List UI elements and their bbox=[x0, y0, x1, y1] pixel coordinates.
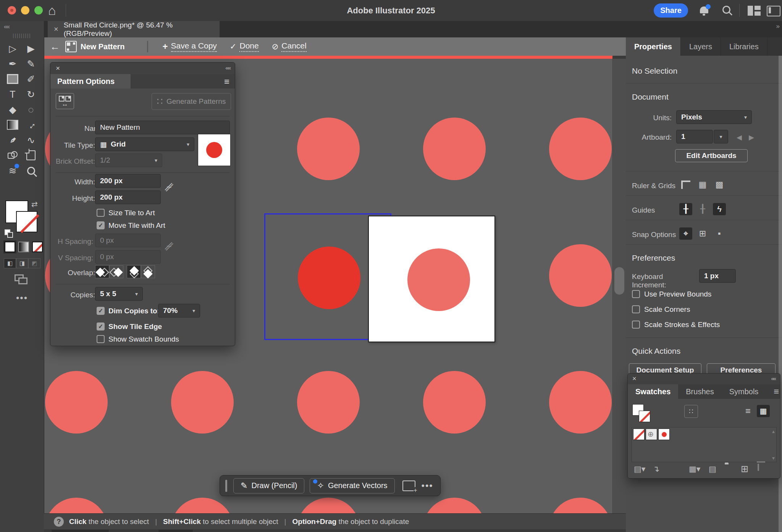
search-icon[interactable] bbox=[722, 6, 730, 14]
next-artboard-icon[interactable]: ▶ bbox=[749, 133, 754, 142]
panel-layout-icon[interactable] bbox=[767, 6, 780, 16]
lock-guides-icon[interactable]: ╂ bbox=[696, 203, 709, 215]
move-tile-with-art-checkbox[interactable] bbox=[97, 221, 105, 229]
generate-vectors-button[interactable]: ✧ Generate Vectors bbox=[310, 478, 394, 493]
warp-tool[interactable]: ≋ bbox=[3, 163, 22, 178]
panel-menu-icon[interactable]: ≡ bbox=[766, 384, 782, 399]
reference-image-icon[interactable] bbox=[402, 480, 415, 491]
shape-builder-tool[interactable] bbox=[3, 148, 22, 163]
swatch-options-icon[interactable]: ▤ bbox=[709, 464, 716, 474]
scrollbar-thumb[interactable] bbox=[614, 267, 624, 295]
previous-artboard-icon[interactable]: ◀ bbox=[737, 133, 742, 142]
draw-behind-mode-button[interactable]: ◨ bbox=[16, 258, 28, 268]
taskbar-more-icon[interactable]: ••• bbox=[422, 480, 433, 491]
tab-layers[interactable]: Layers bbox=[681, 37, 721, 56]
use-preview-bounds-checkbox[interactable] bbox=[632, 290, 640, 298]
add-to-library-icon[interactable]: ↴ bbox=[653, 464, 660, 474]
stroke-color-swatch[interactable] bbox=[17, 212, 37, 232]
cancel-button[interactable]: ⊘ Cancel bbox=[272, 41, 307, 52]
tab-properties[interactable]: Properties bbox=[626, 37, 681, 56]
dock-grip[interactable]: ||||||||| bbox=[0, 32, 44, 38]
grid-view-icon[interactable]: ▦ bbox=[757, 405, 770, 417]
dim-copies-select[interactable]: 70% ▾ bbox=[158, 304, 200, 318]
exit-pattern-mode-icon[interactable]: ← bbox=[50, 41, 60, 53]
ruler-icon[interactable] bbox=[679, 179, 692, 191]
close-panel-icon[interactable]: × bbox=[56, 64, 60, 73]
show-swatch-kinds-icon[interactable]: ▦▾ bbox=[689, 464, 700, 474]
overlap-left-front-button[interactable] bbox=[95, 265, 110, 278]
gradient-button[interactable] bbox=[18, 242, 29, 252]
panel-menu-icon[interactable]: ≡ bbox=[224, 76, 229, 87]
dim-copies-checkbox[interactable] bbox=[97, 307, 105, 315]
type-tool[interactable]: T bbox=[3, 87, 22, 102]
swatch-none[interactable] bbox=[633, 429, 645, 440]
scale-corners-checkbox[interactable] bbox=[632, 305, 640, 313]
artboard-value[interactable]: 1 bbox=[676, 130, 713, 143]
pattern-options-tab[interactable]: Pattern Options bbox=[50, 74, 131, 89]
share-button[interactable]: Share bbox=[654, 3, 688, 18]
swap-fill-stroke-icon[interactable]: ⇄ bbox=[31, 200, 38, 209]
snap-to-point-icon[interactable]: ⌖ bbox=[679, 227, 692, 240]
pattern-artwork-circle[interactable] bbox=[298, 247, 360, 309]
show-swatch-bounds-checkbox[interactable] bbox=[97, 335, 105, 343]
show-tile-edge-checkbox[interactable] bbox=[97, 322, 105, 330]
paintbrush-tool[interactable]: ✐ bbox=[22, 71, 40, 87]
pattern-tile-tool-button[interactable]: ↔ bbox=[56, 93, 74, 109]
workspace-switcher-icon[interactable] bbox=[748, 6, 761, 16]
transparency-grid-icon[interactable]: ▩ bbox=[713, 179, 726, 191]
tab-symbols[interactable]: Symbols bbox=[722, 384, 766, 399]
artboard-tool[interactable] bbox=[22, 148, 40, 163]
scale-strokes-checkbox[interactable] bbox=[632, 321, 640, 329]
selection-tool[interactable]: ▷ bbox=[3, 41, 22, 56]
scroll-down-icon[interactable]: ▾ bbox=[772, 455, 775, 461]
collapse-panel-icon[interactable]: «« bbox=[225, 64, 230, 71]
rectangle-tool[interactable] bbox=[3, 71, 22, 87]
screen-mode-icon[interactable] bbox=[15, 274, 27, 284]
eyedropper-tool[interactable]: ✒ bbox=[3, 132, 22, 148]
overlap-bottom-front-button[interactable] bbox=[141, 265, 155, 278]
link-dimensions-icon[interactable]: ∦ bbox=[163, 181, 175, 193]
new-swatch-icon[interactable]: ⊞ bbox=[741, 464, 748, 474]
vertical-scrollbar[interactable] bbox=[612, 59, 626, 513]
taskbar-grip[interactable] bbox=[225, 480, 227, 492]
keyboard-increment-input[interactable]: 1 px bbox=[699, 269, 736, 283]
direct-selection-tool[interactable]: ▶ bbox=[22, 41, 40, 56]
units-select[interactable]: Pixels ▾ bbox=[676, 110, 752, 124]
tab-swatches[interactable]: Swatches bbox=[628, 384, 678, 399]
overlap-top-front-button[interactable] bbox=[127, 265, 141, 278]
grid-icon[interactable]: ▦ bbox=[696, 179, 709, 191]
default-fill-stroke-icon[interactable] bbox=[5, 229, 13, 238]
close-panel-icon[interactable]: × bbox=[632, 375, 637, 383]
size-tile-to-art-checkbox[interactable] bbox=[97, 209, 105, 217]
curvature-tool[interactable]: ✎ bbox=[22, 56, 40, 71]
eraser-tool[interactable]: ◆ bbox=[3, 102, 22, 117]
width-input[interactable]: 200 px bbox=[95, 174, 161, 188]
generate-patterns-button[interactable]: ∷ Generate Patterns bbox=[152, 93, 231, 110]
edit-artboards-button[interactable]: Edit Artboards bbox=[675, 149, 748, 162]
stroke-indicator-swatch[interactable] bbox=[639, 411, 650, 422]
zoom-tool[interactable] bbox=[22, 163, 40, 178]
artboard-dropdown-button[interactable]: ▾ bbox=[714, 130, 728, 143]
swatch-libraries-icon[interactable]: ▤▾ bbox=[634, 464, 645, 474]
close-tab-icon[interactable]: × bbox=[54, 25, 58, 34]
draw-inside-mode-button[interactable]: ◩ bbox=[28, 258, 40, 268]
width-tool[interactable]: ↔ bbox=[22, 117, 40, 132]
list-view-icon[interactable]: ≡ bbox=[742, 405, 755, 417]
document-tab[interactable]: × Small Red Circle.png* @ 56.47 % (RGB/P… bbox=[48, 21, 220, 37]
pen-tool[interactable]: ✒ bbox=[3, 56, 22, 71]
puppet-warp-tool[interactable]: ∿ bbox=[22, 132, 40, 148]
swatch-registration[interactable]: ⊕ bbox=[646, 429, 657, 440]
collapse-panel-icon[interactable]: «« bbox=[771, 376, 776, 382]
scroll-up-icon[interactable]: ▴ bbox=[772, 428, 775, 434]
gradient-tool[interactable] bbox=[3, 117, 22, 132]
pattern-options-icon[interactable]: ∷ bbox=[684, 405, 698, 418]
color-button[interactable] bbox=[5, 242, 15, 252]
smart-guides-icon[interactable]: ϟ bbox=[713, 203, 726, 215]
swatch-red-circle-pattern[interactable] bbox=[658, 429, 670, 440]
done-button[interactable]: ✓ Done bbox=[230, 41, 259, 52]
tab-libraries[interactable]: Libraries bbox=[721, 37, 767, 56]
lasso-tool[interactable]: ◌ bbox=[22, 102, 40, 117]
snap-to-grid-icon[interactable]: ⊞ bbox=[696, 227, 709, 240]
none-button[interactable] bbox=[32, 242, 43, 252]
pattern-name-input[interactable]: New Pattern bbox=[95, 121, 230, 134]
